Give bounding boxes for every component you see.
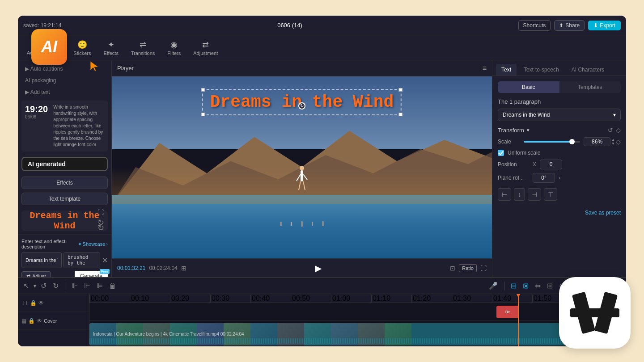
position-x-axis: X	[533, 161, 536, 168]
scale-down-btn[interactable]: ▼	[611, 142, 615, 146]
timestamp: 19:20	[25, 104, 48, 114]
scale-steppers: ▲ ▼	[611, 138, 615, 146]
tool-stickers-label: Stickers	[73, 51, 91, 56]
menu-add-text[interactable]: ▶ Add text	[21, 87, 108, 97]
video-eye-icon[interactable]: 👁	[37, 318, 42, 324]
tool-effects[interactable]: ✦ Effects	[98, 38, 123, 58]
tab-text-to-speech[interactable]: Text-to-speech	[518, 64, 564, 76]
tl-delete-button[interactable]: 🗑	[107, 281, 118, 291]
transform-expand-icon[interactable]: ▼	[526, 128, 530, 133]
tl-tool1[interactable]: ⊟	[509, 281, 518, 291]
scale-reset-icon[interactable]: ◇	[616, 138, 621, 145]
handle-tr[interactable]	[399, 88, 402, 92]
menu-auto-captions[interactable]: ▶ Auto captions	[21, 64, 108, 74]
tl-split2-button[interactable]: ⊩	[82, 281, 92, 291]
ruler-marks: 00:00 00:10 00:20 00:30 00:40 00:50 01:0…	[89, 295, 572, 303]
adjust-button[interactable]: ⇄ Adjust	[21, 271, 51, 278]
date: 06/06	[25, 114, 48, 119]
ruler-00:10: 00:10	[130, 295, 170, 303]
ai-text-input[interactable]	[21, 252, 62, 268]
shortcuts-button[interactable]: Shortcuts	[518, 20, 551, 31]
tl-mic-button[interactable]: 🎤	[487, 281, 500, 291]
video-track: Indonesia | Our Adventure begins | 4k Ci…	[89, 321, 626, 346]
rotate-handle[interactable]: ↻	[298, 102, 305, 109]
tl-split3-button[interactable]: ⊫	[95, 281, 105, 291]
tool-adjustment[interactable]: ⇄ Adjustment	[188, 38, 223, 58]
preview-refresh-bottom-icon[interactable]: ↻	[97, 218, 104, 227]
tl-undo-button[interactable]: ↺	[39, 281, 48, 291]
tool-transitions[interactable]: ⇌ Transitions	[126, 38, 160, 58]
video-lock-icon[interactable]: 🔒	[28, 318, 35, 324]
scale-slider[interactable]	[524, 141, 580, 143]
preview-expand-icon[interactable]: ⛶	[97, 209, 104, 216]
playhead[interactable]	[518, 294, 519, 346]
scale-slider-thumb[interactable]	[569, 139, 575, 144]
ruler-00:50: 00:50	[291, 295, 331, 303]
text-eye-icon[interactable]: 👁	[38, 300, 44, 306]
play-button[interactable]: ▶	[315, 263, 322, 274]
effects-icon: ✦	[108, 40, 114, 50]
video-track-bar[interactable]: Indonesia | Our Adventure begins | 4k Ci…	[89, 323, 626, 345]
menu-ai-packaging[interactable]: AI packaging	[21, 76, 108, 85]
tl-split-button[interactable]: ⊪	[70, 281, 80, 291]
stickers-icon: 🙂	[77, 40, 87, 50]
tool-stickers[interactable]: 🙂 Stickers	[68, 38, 96, 58]
toggle-templates[interactable]: Templates	[559, 81, 621, 93]
align-right-button[interactable]: ⊣	[528, 188, 541, 201]
plane-rot-row: Plane rot... ›	[498, 173, 621, 183]
track-labels: TT 🔒 👁 ▤ 🔒 👁 Cover	[18, 294, 89, 346]
text-lock-icon[interactable]: 🔒	[30, 300, 37, 306]
paragraph-label: The 1 paragraph	[498, 98, 621, 105]
tl-tool4[interactable]: ⊞	[545, 281, 555, 291]
fullscreen-icon[interactable]: ⛶	[480, 265, 487, 272]
scale-up-btn[interactable]: ▲	[611, 138, 615, 142]
scale-value-input[interactable]	[584, 137, 610, 146]
player-menu-icon[interactable]: ≡	[483, 64, 487, 72]
tab-ai-characters[interactable]: AI Characters	[566, 64, 610, 76]
top-bar: saved: 19:21:14 0606 (14) Shortcuts ⬆ Sh…	[18, 16, 626, 35]
showcase-link[interactable]: ✦ Showcase ›	[78, 241, 108, 247]
tl-redo-button[interactable]: ↻	[51, 281, 60, 291]
preview-text: Dreams in the Wind	[21, 210, 108, 231]
effects-button[interactable]: Effects	[21, 177, 108, 189]
tl-tool3[interactable]: ⇔	[533, 281, 542, 291]
plane-rot-input[interactable]	[533, 173, 555, 183]
share-button[interactable]: ⬆ Share	[554, 20, 585, 31]
generate-button[interactable]: Generate Free	[75, 271, 108, 277]
cover-label: Cover	[44, 318, 85, 324]
ai-clear-button[interactable]: ✕	[102, 252, 108, 268]
toolbar: ♪ Audio T Text 🙂 Stickers ✦ Effects ⇌ Tr…	[18, 35, 626, 60]
grid-icon[interactable]: ⊞	[181, 265, 186, 272]
uniform-scale-checkbox[interactable]	[498, 150, 504, 156]
tab-text[interactable]: Text	[496, 64, 517, 76]
text-template-button[interactable]: Text template	[21, 193, 108, 205]
ruler-01:30: 01:30	[452, 295, 492, 303]
tl-select-tool[interactable]: ↖	[21, 281, 31, 291]
track-content: 00:00 00:10 00:20 00:30 00:40 00:50 01:0…	[89, 294, 626, 346]
tool-filters[interactable]: ◉ Filters	[162, 38, 186, 58]
position-x-input[interactable]	[540, 160, 562, 169]
screenshot-icon[interactable]: ⊡	[450, 265, 455, 272]
align-left-button[interactable]: ⊢	[498, 188, 511, 201]
ratio-btn[interactable]: Ratio	[459, 264, 477, 272]
tl-tool2[interactable]: ⊠	[521, 281, 530, 291]
align-row: ⊢ ↕ ⊣ ⊤	[498, 188, 621, 201]
handle-bl[interactable]	[201, 113, 205, 116]
paragraph-dropdown[interactable]: Dreams in the Wind ▾	[498, 109, 621, 121]
ai-desc-input[interactable]: brushed by the sea breeze. Choose light …	[64, 252, 100, 268]
capcut-logo-svg	[568, 286, 622, 340]
align-top-button[interactable]: ⊤	[544, 188, 557, 201]
chevron-right-icon: ›	[106, 241, 108, 247]
tl-select-chevron[interactable]: ▾	[34, 283, 36, 289]
export-button[interactable]: ⬇ Export	[588, 21, 621, 30]
transform-title: Transform ▼	[498, 127, 530, 134]
toggle-basic[interactable]: Basic	[498, 81, 559, 93]
top-bar-left: saved: 19:21:14	[23, 22, 61, 29]
align-center-v-button[interactable]: ↕	[514, 188, 525, 201]
handle-br[interactable]	[399, 113, 402, 116]
handle-tl[interactable]	[201, 88, 205, 92]
transform-diamond-icon[interactable]: ◇	[616, 126, 621, 134]
transform-reset-icon[interactable]: ↺	[608, 126, 613, 134]
text-clip[interactable]: Dr	[496, 306, 519, 318]
save-preset-button[interactable]: Save as preset	[498, 206, 621, 219]
